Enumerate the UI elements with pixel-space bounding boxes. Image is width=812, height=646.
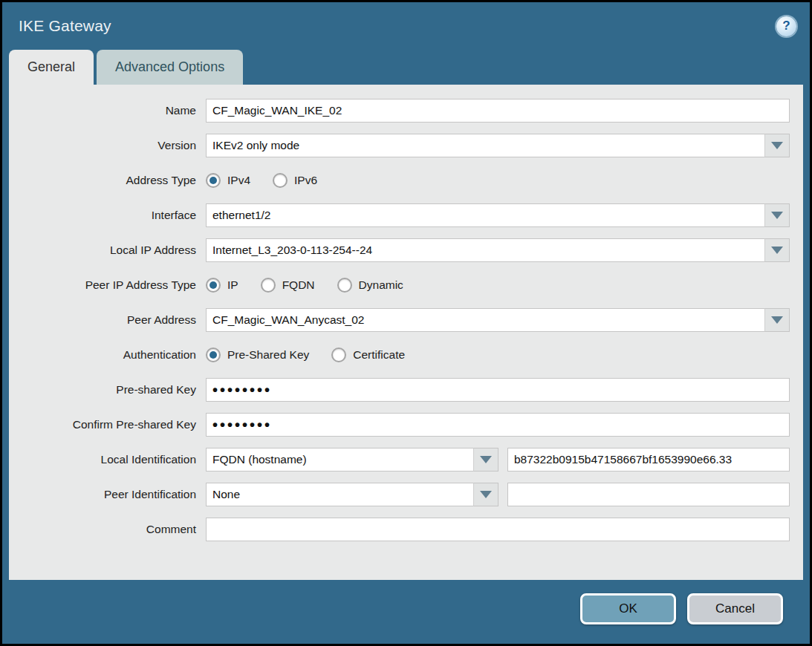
chevron-down-icon — [771, 316, 783, 324]
name-input[interactable] — [206, 99, 790, 123]
form-row-name: Name — [18, 99, 790, 123]
dialog-title: IKE Gateway — [19, 17, 111, 35]
radio-label: Dynamic — [359, 278, 403, 292]
local-ip-address-input[interactable] — [206, 238, 765, 262]
version-label: Version — [18, 139, 206, 152]
general-tab-panel: Name Version Address Type IPv4IPv6 Inter… — [9, 85, 803, 580]
peer-identification-type-input[interactable] — [206, 483, 474, 506]
radio-option-dynamic[interactable]: Dynamic — [337, 278, 403, 293]
radio-label: Certificate — [353, 348, 405, 362]
radio-button[interactable] — [331, 348, 346, 362]
local-identification-value-input[interactable] — [507, 448, 790, 472]
radio-button[interactable] — [273, 173, 288, 188]
local-identification-dropdown-button[interactable] — [473, 448, 498, 472]
pre-shared-key-input[interactable] — [206, 378, 790, 402]
peer-identification-dropdown-button[interactable] — [473, 483, 498, 506]
radio-option-ipv6[interactable]: IPv6 — [273, 173, 317, 188]
name-label: Name — [18, 104, 206, 117]
confirm-pre-shared-key-input[interactable] — [206, 413, 790, 437]
form-row-interface: Interface — [18, 203, 790, 227]
radio-label: IPv4 — [227, 174, 250, 187]
form-row-authentication: Authentication Pre-Shared KeyCertificate — [18, 343, 790, 367]
peer-ip-address-type-label: Peer IP Address Type — [18, 278, 206, 292]
title-bar: IKE Gateway ? — [2, 2, 810, 50]
radio-option-ipv4[interactable]: IPv4 — [206, 173, 250, 188]
tab-advanced-options-label: Advanced Options — [115, 59, 224, 75]
peer-identification-value-input[interactable] — [507, 483, 790, 506]
form-row-pre-shared-key: Pre-shared Key — [18, 378, 790, 402]
peer-ip-address-type-radio-group: IPFQDNDynamic — [206, 273, 790, 297]
radio-button[interactable] — [337, 278, 352, 293]
radio-option-certificate[interactable]: Certificate — [331, 348, 405, 362]
chevron-down-icon — [771, 247, 783, 254]
chevron-down-icon — [771, 212, 783, 219]
radio-option-pre-shared-key[interactable]: Pre-Shared Key — [206, 348, 309, 362]
radio-label: FQDN — [282, 278, 315, 292]
address-type-radio-group: IPv4IPv6 — [206, 169, 790, 192]
tab-bar: General Advanced Options — [2, 50, 810, 85]
local-identification-label: Local Identification — [18, 453, 206, 466]
cancel-button[interactable]: Cancel — [687, 593, 783, 624]
local-ip-address-dropdown-button[interactable] — [764, 238, 790, 262]
chevron-down-icon — [480, 491, 492, 498]
comment-input[interactable] — [206, 518, 790, 541]
pre-shared-key-label: Pre-shared Key — [18, 383, 206, 397]
peer-address-input[interactable] — [206, 308, 765, 332]
address-type-label: Address Type — [18, 174, 206, 187]
version-input[interactable] — [206, 134, 765, 157]
radio-option-ip[interactable]: IP — [206, 278, 238, 293]
authentication-label: Authentication — [18, 348, 206, 362]
radio-label: Pre-Shared Key — [227, 348, 309, 362]
tab-advanced-options[interactable]: Advanced Options — [97, 50, 243, 85]
form-row-confirm-pre-shared-key: Confirm Pre-shared Key — [18, 413, 790, 437]
peer-address-dropdown-button[interactable] — [764, 308, 790, 332]
radio-button[interactable] — [206, 278, 221, 293]
local-ip-address-label: Local IP Address — [18, 244, 206, 257]
authentication-radio-group: Pre-Shared KeyCertificate — [206, 343, 790, 367]
form-row-comment: Comment — [18, 518, 790, 541]
comment-label: Comment — [18, 523, 206, 536]
ike-gateway-dialog: IKE Gateway ? General Advanced Options N… — [0, 0, 812, 646]
help-icon[interactable]: ? — [776, 16, 796, 36]
radio-label: IPv6 — [294, 174, 317, 187]
radio-button[interactable] — [206, 348, 221, 362]
form-row-local-ip-address: Local IP Address — [18, 238, 790, 262]
version-dropdown-button[interactable] — [764, 134, 790, 157]
confirm-pre-shared-key-label: Confirm Pre-shared Key — [18, 418, 206, 431]
peer-identification-label: Peer Identification — [18, 488, 206, 501]
form-row-local-identification: Local Identification — [18, 448, 790, 472]
chevron-down-icon — [480, 456, 492, 463]
form-row-address-type: Address Type IPv4IPv6 — [18, 169, 790, 192]
radio-option-fqdn[interactable]: FQDN — [261, 278, 315, 293]
interface-dropdown-button[interactable] — [764, 203, 790, 227]
local-identification-type-input[interactable] — [206, 448, 474, 472]
form-row-peer-identification: Peer Identification — [18, 483, 790, 506]
interface-input[interactable] — [206, 203, 765, 227]
radio-button[interactable] — [206, 173, 221, 188]
tab-general[interactable]: General — [9, 50, 94, 85]
peer-address-label: Peer Address — [18, 313, 206, 327]
interface-label: Interface — [18, 209, 206, 222]
radio-label: IP — [227, 278, 238, 292]
form-row-peer-address: Peer Address — [18, 308, 790, 332]
radio-button[interactable] — [261, 278, 276, 293]
tab-general-label: General — [27, 59, 75, 75]
ok-button[interactable]: OK — [580, 593, 676, 624]
form-row-version: Version — [18, 134, 790, 157]
form-row-peer-ip-address-type: Peer IP Address Type IPFQDNDynamic — [18, 273, 790, 297]
chevron-down-icon — [771, 142, 783, 149]
dialog-footer: OK Cancel — [2, 580, 810, 624]
